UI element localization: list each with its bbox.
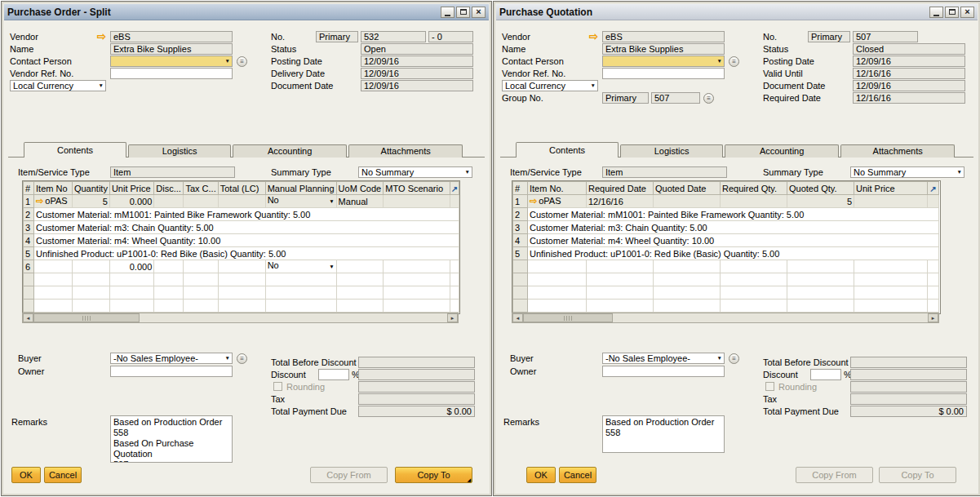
- link-arrow-icon[interactable]: ⇨: [589, 31, 598, 42]
- row-number[interactable]: 3: [513, 221, 528, 234]
- column-header[interactable]: MTO Scenario: [384, 182, 450, 195]
- vendor-ref-field[interactable]: [602, 68, 725, 79]
- dropdown-icon[interactable]: ▼: [717, 56, 722, 66]
- row-number[interactable]: [513, 260, 528, 273]
- row-number[interactable]: [24, 273, 34, 286]
- column-header[interactable]: #: [24, 182, 34, 195]
- document-date-field[interactable]: 12/09/16: [853, 80, 965, 91]
- scroll-right-button[interactable]: ►: [447, 313, 458, 322]
- group-number-field[interactable]: 507: [651, 92, 700, 104]
- buyer-dropdown[interactable]: -No Sales Employee- ▼: [110, 353, 233, 364]
- row-number[interactable]: [24, 286, 34, 300]
- grid-cell[interactable]: [654, 195, 721, 208]
- grid-cell[interactable]: Manual: [336, 195, 384, 208]
- grid-cell[interactable]: [528, 273, 587, 286]
- grid-cell[interactable]: [72, 273, 109, 286]
- document-date-field[interactable]: 12/09/16: [361, 80, 473, 91]
- grid-cell[interactable]: [109, 286, 153, 300]
- grid-cell[interactable]: [154, 300, 184, 313]
- tab-contents[interactable]: Contents: [516, 142, 619, 158]
- grid-cell[interactable]: [336, 300, 384, 313]
- doc-number-field[interactable]: 507: [853, 31, 918, 42]
- tab-attachments[interactable]: Attachments: [840, 144, 955, 158]
- cancel-button[interactable]: Cancel: [44, 467, 82, 483]
- grid-cell[interactable]: [154, 273, 184, 286]
- grid-cell[interactable]: 0.000: [109, 260, 153, 273]
- column-header[interactable]: Quantity: [72, 182, 109, 195]
- currency-dropdown[interactable]: Local Currency ▼: [502, 80, 598, 91]
- grid-cell[interactable]: [721, 300, 787, 313]
- grid-cell[interactable]: [265, 273, 336, 286]
- grid-cell[interactable]: [654, 300, 721, 313]
- dropdown-icon[interactable]: ▼: [329, 260, 334, 273]
- column-header[interactable]: Quoted Qty.: [787, 182, 854, 195]
- define-new-icon[interactable]: ≡: [729, 353, 739, 364]
- grid-cell[interactable]: [384, 286, 450, 300]
- row-number[interactable]: 5: [513, 247, 528, 260]
- column-header[interactable]: #: [513, 182, 528, 195]
- summary-type-dropdown[interactable]: No Summary ▼: [358, 166, 472, 178]
- grid-cell[interactable]: [218, 260, 265, 273]
- grid-cell[interactable]: [854, 195, 928, 208]
- row-number[interactable]: [513, 300, 528, 313]
- grid-cell[interactable]: [72, 260, 109, 273]
- grid-cell[interactable]: [34, 300, 73, 313]
- currency-dropdown[interactable]: Local Currency ▼: [10, 80, 106, 91]
- grid-cell[interactable]: 0.000: [109, 195, 153, 208]
- close-button[interactable]: ×: [472, 7, 486, 18]
- grid-cell[interactable]: [721, 273, 787, 286]
- copy-to-button[interactable]: Copy To ◢: [395, 467, 472, 483]
- grid-cell[interactable]: [34, 273, 73, 286]
- vendor-ref-field[interactable]: [110, 68, 233, 79]
- scroll-right-button[interactable]: ►: [928, 313, 938, 322]
- remarks-field[interactable]: Based on Production Order 558: [602, 415, 725, 453]
- grid-cell[interactable]: 5: [787, 195, 854, 208]
- grid-cell[interactable]: [184, 286, 218, 300]
- grid-cell[interactable]: [218, 300, 265, 313]
- grid-cell[interactable]: [218, 286, 265, 300]
- tab-logistics[interactable]: Logistics: [128, 144, 231, 158]
- scroll-thumb[interactable]: [33, 313, 140, 322]
- row-number[interactable]: [513, 273, 528, 286]
- column-header[interactable]: UoM Code: [336, 182, 384, 195]
- column-header[interactable]: Item No: [34, 182, 73, 195]
- grid-cell[interactable]: [384, 195, 450, 208]
- link-arrow-icon[interactable]: ⇨: [530, 196, 537, 206]
- title-bar[interactable]: Purchase Quotation ×: [496, 4, 978, 20]
- row-number[interactable]: 6: [24, 260, 34, 273]
- row-number[interactable]: [513, 286, 528, 300]
- group-series-field[interactable]: Primary: [602, 92, 649, 104]
- tab-attachments[interactable]: Attachments: [348, 144, 463, 158]
- grid-cell[interactable]: [587, 273, 654, 286]
- grid-cell[interactable]: [336, 286, 384, 300]
- dropdown-icon[interactable]: ▼: [465, 167, 470, 177]
- owner-field[interactable]: [110, 366, 233, 377]
- dropdown-icon[interactable]: ▼: [329, 195, 334, 207]
- rounding-checkbox[interactable]: [273, 382, 282, 391]
- grid-cell[interactable]: [184, 300, 218, 313]
- grid-cell[interactable]: [721, 260, 787, 273]
- grid-cell[interactable]: [721, 286, 787, 300]
- grid-cell[interactable]: [587, 300, 654, 313]
- column-header[interactable]: Item No.: [528, 182, 587, 195]
- grid-cell[interactable]: [184, 260, 218, 273]
- grid-cell[interactable]: [721, 195, 787, 208]
- dropdown-icon[interactable]: ▼: [99, 81, 104, 91]
- row-number[interactable]: [24, 300, 34, 313]
- grid-hscrollbar[interactable]: ◄ ►: [22, 313, 459, 323]
- row-number[interactable]: 1: [24, 195, 34, 208]
- minimize-button[interactable]: [441, 7, 455, 18]
- define-new-icon[interactable]: ≡: [703, 93, 714, 104]
- grid-cell[interactable]: [787, 300, 854, 313]
- grid-cell[interactable]: [109, 273, 153, 286]
- owner-field[interactable]: [602, 366, 725, 377]
- contact-person-dropdown[interactable]: ▼: [110, 55, 233, 67]
- scroll-left-button[interactable]: ◄: [512, 313, 523, 322]
- grid-cell[interactable]: [184, 273, 218, 286]
- column-header[interactable]: Required Qty.: [721, 182, 787, 195]
- grid-cell[interactable]: [265, 286, 336, 300]
- ok-button[interactable]: OK: [11, 467, 41, 483]
- contact-person-dropdown[interactable]: ▼: [602, 55, 725, 67]
- grid-cell[interactable]: [384, 300, 450, 313]
- column-header[interactable]: Required Date: [587, 182, 654, 195]
